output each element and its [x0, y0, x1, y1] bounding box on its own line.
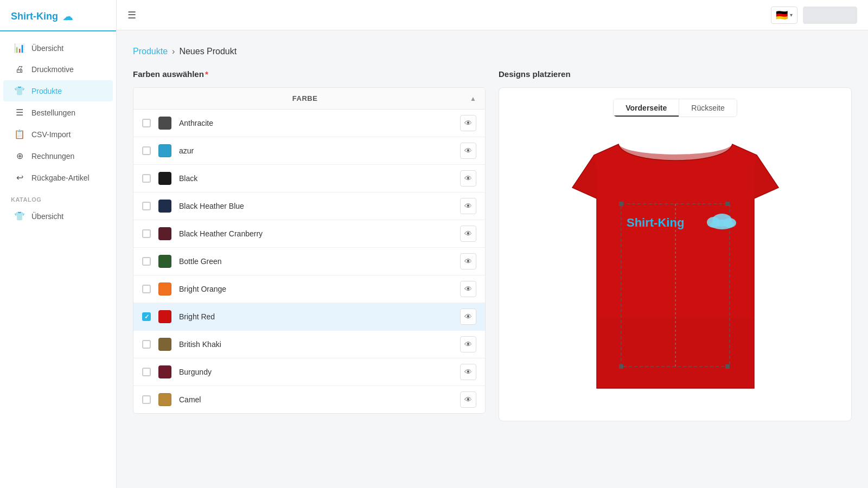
- eye-button-british-khaki[interactable]: 👁: [460, 336, 476, 352]
- color-selection-panel: Farben auswählen* FARBE ▲ Anthracite👁azu…: [133, 69, 486, 421]
- katalog-section-label: KATALOG: [0, 189, 116, 205]
- sidebar-navigation: 📊Übersicht🖨Druckmotive👕Produkte☰Bestellu…: [0, 31, 116, 488]
- katalog-uebersicht-nav-icon: 👕: [14, 211, 25, 221]
- tab-rueckseite[interactable]: Rückseite: [679, 99, 736, 117]
- sidebar-item-katalog-uebersicht[interactable]: 👕Übersicht: [3, 206, 113, 227]
- color-swatch-black: [158, 172, 171, 185]
- sidebar-item-bestellungen[interactable]: ☰Bestellungen: [3, 102, 113, 123]
- uebersicht-nav-icon: 📊: [14, 43, 25, 53]
- color-table-header: FARBE ▲: [133, 88, 485, 110]
- color-row-azur[interactable]: azur👁: [133, 137, 485, 165]
- main-content: ☰ 🇩🇪 ▾ Produkte › Neues Produkt Farben a…: [117, 0, 868, 488]
- color-checkbox-burgundy[interactable]: [142, 368, 151, 376]
- tab-vorderseite[interactable]: Vorderseite: [614, 99, 679, 117]
- eye-button-burgundy[interactable]: 👁: [460, 364, 476, 380]
- color-checkbox-bottle-green[interactable]: [142, 257, 151, 266]
- color-swatch-bottle-green: [158, 255, 171, 268]
- color-panel-title: Farben auswählen*: [133, 69, 486, 79]
- breadcrumb-link-produkte[interactable]: Produkte: [133, 47, 168, 56]
- color-name-black: Black: [179, 174, 452, 183]
- sidebar-item-uebersicht[interactable]: 📊Übersicht: [3, 37, 113, 59]
- chevron-down-icon: ▾: [790, 12, 793, 18]
- sidebar-item-rechnungen[interactable]: ⊕Rechnungen: [3, 145, 113, 166]
- color-checkbox-black-heather-blue[interactable]: [142, 202, 151, 210]
- color-row-black-heather-cranberry[interactable]: Black Heather Cranberry👁: [133, 220, 485, 248]
- eye-button-bottle-green[interactable]: 👁: [460, 253, 476, 269]
- design-preview-panel: Designs platzieren Vorderseite Rückseite: [499, 69, 852, 421]
- sidebar: Shirt-King ☁ 📊Übersicht🖨Druckmotive👕Prod…: [0, 0, 117, 488]
- sidebar-item-druckmotive[interactable]: 🖨Druckmotive: [3, 59, 113, 80]
- design-panel-title: Designs platzieren: [499, 69, 852, 79]
- sidebar-item-produkte[interactable]: 👕Produkte: [3, 80, 113, 101]
- eye-button-black[interactable]: 👁: [460, 170, 476, 187]
- color-checkbox-camel[interactable]: [142, 395, 151, 404]
- topbar: ☰ 🇩🇪 ▾: [117, 0, 868, 30]
- app-name: Shirt-King: [11, 11, 58, 22]
- eye-button-azur[interactable]: 👁: [460, 143, 476, 159]
- color-rows-container: Anthracite👁azur👁Black👁Black Heather Blue…: [133, 110, 485, 413]
- color-row-british-khaki[interactable]: British Khaki👁: [133, 331, 485, 358]
- color-row-burgundy[interactable]: Burgundy👁: [133, 358, 485, 386]
- tshirt-svg: Shirt-King: [561, 128, 789, 410]
- color-row-bright-red[interactable]: Bright Red👁: [133, 303, 485, 331]
- color-checkbox-black[interactable]: [142, 174, 151, 183]
- flag-icon: 🇩🇪: [776, 9, 788, 21]
- color-swatch-black-heather-blue: [158, 200, 171, 213]
- eye-button-bright-orange[interactable]: 👁: [460, 281, 476, 297]
- color-checkbox-black-heather-cranberry[interactable]: [142, 229, 151, 238]
- eye-button-black-heather-blue[interactable]: 👁: [460, 198, 476, 214]
- color-swatch-camel: [158, 393, 171, 406]
- color-row-camel[interactable]: Camel👁: [133, 386, 485, 413]
- color-name-camel: Camel: [179, 395, 452, 404]
- sidebar-item-csv-import[interactable]: 📋CSV-Import: [3, 124, 113, 145]
- eye-button-bright-red[interactable]: 👁: [460, 309, 476, 325]
- rueckgabe-nav-icon: ↩: [14, 172, 25, 183]
- eye-button-anthracite[interactable]: 👁: [460, 115, 476, 131]
- color-name-anthracite: Anthracite: [179, 119, 452, 127]
- produkte-nav-icon: 👕: [14, 86, 25, 96]
- breadcrumb-current: Neues Produkt: [179, 47, 237, 56]
- eye-button-camel[interactable]: 👁: [460, 391, 476, 408]
- sidebar-item-label-katalog-uebersicht: Übersicht: [31, 212, 63, 221]
- color-swatch-anthracite: [158, 117, 171, 130]
- sort-icon[interactable]: ▲: [470, 95, 476, 102]
- color-checkbox-bright-orange[interactable]: [142, 285, 151, 293]
- cloud-logo-icon: ☁: [62, 10, 73, 23]
- svg-rect-5: [725, 364, 730, 369]
- color-checkbox-azur[interactable]: [142, 146, 151, 155]
- color-checkbox-anthracite[interactable]: [142, 119, 151, 127]
- sidebar-item-label-uebersicht: Übersicht: [31, 44, 63, 53]
- color-row-black[interactable]: Black👁: [133, 165, 485, 192]
- color-name-bright-orange: Bright Orange: [179, 285, 452, 293]
- druckmotive-nav-icon: 🖨: [14, 65, 25, 74]
- color-swatch-bright-red: [158, 310, 171, 323]
- rechnungen-nav-icon: ⊕: [14, 151, 25, 161]
- color-checkbox-british-khaki[interactable]: [142, 340, 151, 349]
- color-swatch-british-khaki: [158, 338, 171, 351]
- color-row-bottle-green[interactable]: Bottle Green👁: [133, 248, 485, 275]
- color-name-bottle-green: Bottle Green: [179, 257, 452, 266]
- svg-rect-3: [725, 202, 730, 206]
- color-row-black-heather-blue[interactable]: Black Heather Blue👁: [133, 192, 485, 220]
- eye-button-black-heather-cranberry[interactable]: 👁: [460, 226, 476, 242]
- bestellungen-nav-icon: ☰: [14, 107, 25, 118]
- sidebar-item-label-druckmotive: Druckmotive: [31, 65, 74, 74]
- color-checkbox-bright-red[interactable]: [142, 312, 151, 321]
- color-column-label: FARBE: [142, 94, 468, 102]
- sidebar-item-rueckgabe[interactable]: ↩Rückgabe-Artikel: [3, 167, 113, 188]
- color-row-bright-orange[interactable]: Bright Orange👁: [133, 275, 485, 303]
- breadcrumb: Produkte › Neues Produkt: [133, 47, 852, 56]
- color-swatch-azur: [158, 144, 171, 157]
- color-name-black-heather-cranberry: Black Heather Cranberry: [179, 229, 452, 238]
- topbar-right: 🇩🇪 ▾: [771, 7, 857, 24]
- sidebar-item-label-bestellungen: Bestellungen: [31, 108, 75, 117]
- two-panel-layout: Farben auswählen* FARBE ▲ Anthracite👁azu…: [133, 69, 852, 421]
- csv-import-nav-icon: 📋: [14, 129, 25, 139]
- language-selector[interactable]: 🇩🇪 ▾: [771, 7, 797, 24]
- sidebar-item-label-rechnungen: Rechnungen: [31, 152, 74, 160]
- preview-container: Vorderseite Rückseite: [499, 87, 852, 421]
- color-row-anthracite[interactable]: Anthracite👁: [133, 110, 485, 137]
- page-content-area: Produkte › Neues Produkt Farben auswähle…: [117, 30, 868, 488]
- sidebar-item-label-produkte: Produkte: [31, 87, 62, 95]
- hamburger-button[interactable]: ☰: [127, 9, 136, 21]
